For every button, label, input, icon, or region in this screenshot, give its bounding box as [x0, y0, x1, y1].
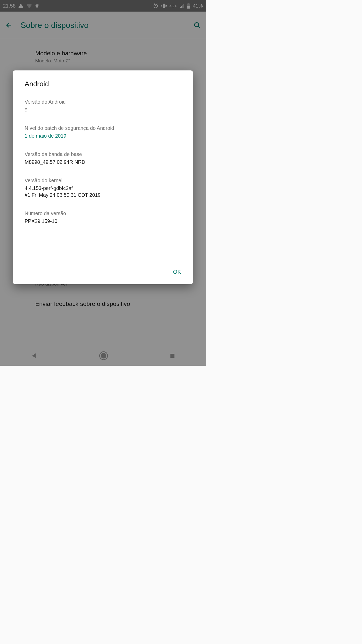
dialog-item-kernel[interactable]: Versão do kernel 4.4.153-perf-gdbfc2af #…: [25, 178, 181, 198]
item-label: Nível do patch de segurança do Android: [25, 125, 181, 131]
ok-button[interactable]: OK: [168, 266, 186, 278]
dialog-item-baseband[interactable]: Versão da banda de base M8998_49.57.02.9…: [25, 151, 181, 166]
dialog-title: Android: [25, 80, 181, 88]
item-label: Versão do kernel: [25, 178, 181, 183]
dialog-item-android-version[interactable]: Versão do Android 9: [25, 99, 181, 113]
dialog-item-build[interactable]: Número da versão PPX29.159-10: [25, 211, 181, 225]
item-label: Versão do Android: [25, 99, 181, 105]
android-version-dialog: Android Versão do Android 9 Nível do pat…: [13, 70, 193, 284]
item-label: Versão da banda de base: [25, 151, 181, 157]
item-value: PPX29.159-10: [25, 218, 181, 225]
item-value: 1 de maio de 2019: [25, 133, 181, 139]
dialog-item-security-patch[interactable]: Nível do patch de segurança do Android 1…: [25, 125, 181, 139]
item-value: 4.4.153-perf-gdbfc2af #1 Fri May 24 06:5…: [25, 185, 181, 198]
item-label: Número da versão: [25, 211, 181, 216]
item-value: M8998_49.57.02.94R NRD: [25, 159, 181, 166]
item-value: 9: [25, 106, 181, 113]
